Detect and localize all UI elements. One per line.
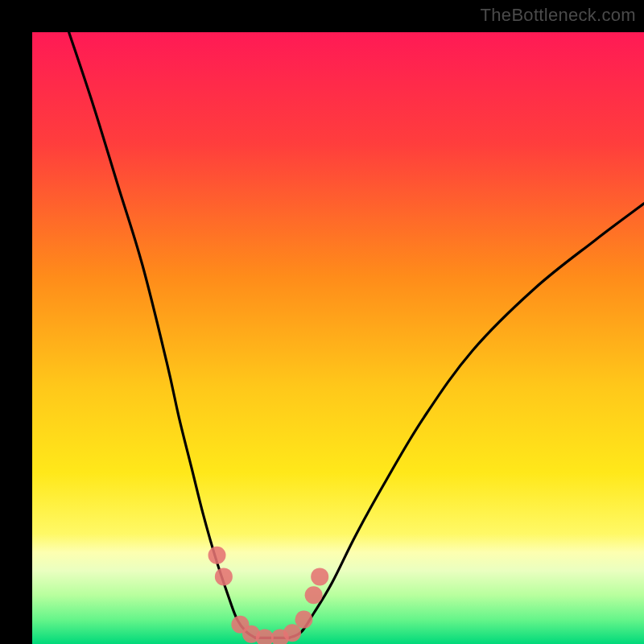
data-point (311, 568, 328, 585)
chart-frame (16, 16, 628, 628)
bottleneck-chart (32, 32, 644, 644)
gradient-background (32, 32, 644, 644)
watermark-text: TheBottleneck.com (481, 5, 636, 26)
data-point (208, 547, 226, 564)
data-point (215, 568, 233, 585)
data-point (305, 586, 323, 604)
data-point (283, 624, 301, 642)
data-point (295, 611, 312, 629)
